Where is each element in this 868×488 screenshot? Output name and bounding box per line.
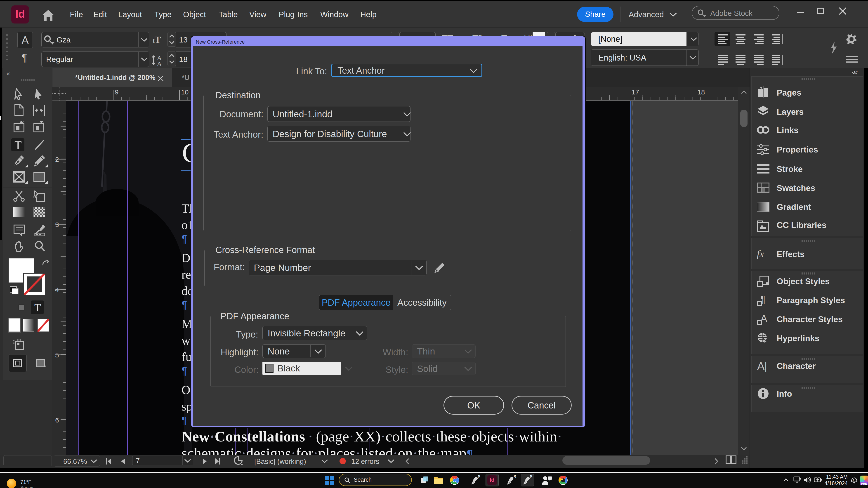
- svg-text:z: z: [853, 478, 855, 482]
- svg-text:A: A: [157, 60, 162, 66]
